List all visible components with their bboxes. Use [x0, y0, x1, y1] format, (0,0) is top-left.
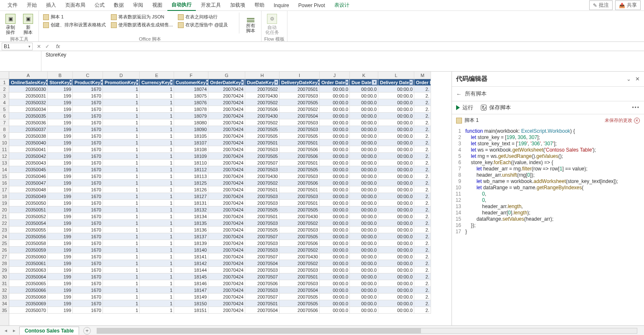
cell[interactable]: 18141: [174, 253, 208, 260]
cell[interactable]: 1: [140, 294, 174, 300]
row-header[interactable]: 20: [0, 206, 9, 213]
col-header[interactable]: B: [48, 72, 73, 79]
cell[interactable]: 20350051: [9, 206, 48, 213]
row-header[interactable]: 22: [0, 220, 9, 227]
cell[interactable]: 1: [103, 86, 140, 93]
cell[interactable]: 00:00.0: [350, 139, 378, 146]
tab-6[interactable]: 审阅: [129, 0, 147, 10]
row-header[interactable]: 29: [0, 267, 9, 273]
cell[interactable]: 18149: [174, 294, 208, 300]
cell[interactable]: 199: [48, 300, 73, 307]
cell[interactable]: 1: [103, 99, 140, 106]
scrollbar-thumb[interactable]: [97, 328, 421, 333]
cell[interactable]: 00:00.0: [350, 99, 378, 106]
cell[interactable]: 1670: [73, 300, 103, 307]
cell[interactable]: 20350063: [9, 267, 48, 273]
row-header[interactable]: 6: [0, 113, 9, 119]
cell[interactable]: 1: [103, 206, 140, 213]
cell[interactable]: 20070503: [245, 287, 280, 294]
cell[interactable]: 1670: [73, 294, 103, 300]
cell[interactable]: 1: [140, 86, 174, 93]
cell[interactable]: 00:00.0: [320, 280, 350, 287]
row-header[interactable]: 35: [0, 307, 9, 314]
cell[interactable]: 00:00.0: [320, 113, 350, 119]
cell[interactable]: 00:00.0: [378, 227, 414, 233]
cell[interactable]: 00:00.0: [320, 287, 350, 294]
table-header-cell[interactable]: Due Date▾: [350, 79, 378, 86]
row-header[interactable]: 31: [0, 280, 9, 287]
cell[interactable]: 20070424: [208, 227, 245, 233]
cell[interactable]: 20070506: [280, 180, 320, 186]
script-item[interactable]: 使用数据透视表生成销售...: [109, 21, 174, 28]
cell[interactable]: 20070506: [280, 307, 320, 314]
cell[interactable]: 20070424: [208, 294, 245, 300]
cell[interactable]: 20070502: [245, 99, 280, 106]
cell[interactable]: 20070424: [208, 233, 245, 240]
cell[interactable]: 20070501: [245, 186, 280, 193]
cell[interactable]: 00:00.0: [350, 113, 378, 119]
cell[interactable]: 1: [103, 294, 140, 300]
cell[interactable]: 00:00.0: [320, 213, 350, 220]
cell[interactable]: 00:00.0: [378, 294, 414, 300]
cell[interactable]: 20070424: [208, 200, 245, 206]
tab-4[interactable]: 公式: [90, 0, 109, 10]
cell[interactable]: 00:00.0: [378, 119, 414, 126]
cell[interactable]: 20350052: [9, 213, 48, 220]
cell[interactable]: 20350037: [9, 126, 48, 133]
cell[interactable]: 00:00.0: [350, 146, 378, 153]
cell[interactable]: 00:00.0: [378, 186, 414, 193]
cell[interactable]: 20350047: [9, 180, 48, 186]
row-header[interactable]: 7: [0, 119, 9, 126]
cell[interactable]: 00:00.0: [378, 126, 414, 133]
cell[interactable]: 00:00.0: [350, 280, 378, 287]
script-item[interactable]: 脚本 1: [41, 13, 108, 21]
sheet-tab-active[interactable]: Contoso Sales Table: [19, 327, 79, 335]
cell[interactable]: 00:00.0: [378, 206, 414, 213]
cell[interactable]: 20070424: [208, 180, 245, 186]
cell[interactable]: 00:00.0: [350, 287, 378, 294]
cell[interactable]: 2.: [414, 160, 431, 166]
cell[interactable]: 00:00.0: [320, 86, 350, 93]
cell[interactable]: 20070424: [208, 99, 245, 106]
cell[interactable]: 00:00.0: [320, 267, 350, 273]
cell[interactable]: 18127: [174, 193, 208, 200]
cell[interactable]: 00:00.0: [320, 200, 350, 206]
cell[interactable]: 18112: [174, 166, 208, 173]
col-header[interactable]: I: [280, 72, 320, 79]
row-header[interactable]: 27: [0, 253, 9, 260]
cell[interactable]: 20070501: [280, 139, 320, 146]
cell[interactable]: 2.: [414, 287, 431, 294]
cell[interactable]: 1: [140, 106, 174, 113]
tab-5[interactable]: 数据: [110, 0, 128, 10]
cell[interactable]: 1: [140, 113, 174, 119]
cell[interactable]: 18140: [174, 247, 208, 253]
cell[interactable]: 20070430: [245, 113, 280, 119]
cell[interactable]: 00:00.0: [350, 260, 378, 267]
cell[interactable]: 18147: [174, 287, 208, 294]
cell[interactable]: 2.: [414, 220, 431, 227]
cell[interactable]: 20350058: [9, 240, 48, 247]
cell[interactable]: 2.: [414, 133, 431, 139]
cell[interactable]: 00:00.0: [350, 126, 378, 133]
cell[interactable]: 1: [103, 220, 140, 227]
filter-icon[interactable]: ▾: [409, 80, 413, 85]
table-header-cell[interactable]: DueDateKey▾: [245, 79, 280, 86]
cell[interactable]: 20350069: [9, 300, 48, 307]
row-header[interactable]: 34: [0, 300, 9, 307]
cell[interactable]: 18139: [174, 240, 208, 247]
cell[interactable]: 20350068: [9, 294, 48, 300]
cell[interactable]: 1: [103, 267, 140, 273]
row-header[interactable]: 2: [0, 86, 9, 93]
cell[interactable]: 1: [140, 233, 174, 240]
tab-0[interactable]: 文件: [3, 0, 22, 10]
cell[interactable]: 1670: [73, 106, 103, 113]
cell[interactable]: 2.: [414, 240, 431, 247]
tab-3[interactable]: 页面布局: [61, 0, 90, 10]
cell[interactable]: 00:00.0: [378, 193, 414, 200]
cell[interactable]: 2.: [414, 213, 431, 220]
cell[interactable]: 199: [48, 186, 73, 193]
cell[interactable]: 1670: [73, 133, 103, 139]
all-scripts-button[interactable]: 所有脚本: [243, 13, 259, 36]
row-header[interactable]: 5: [0, 106, 9, 113]
cell[interactable]: 1670: [73, 233, 103, 240]
